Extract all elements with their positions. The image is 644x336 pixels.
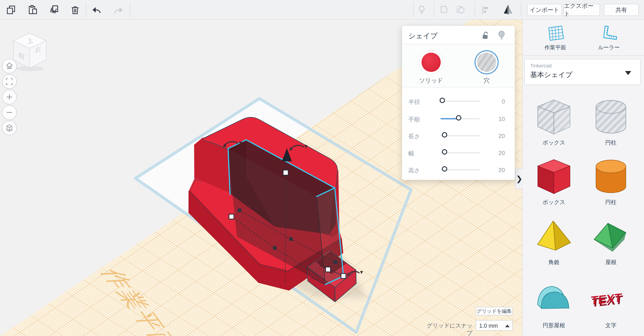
- show-all-button[interactable]: [414, 2, 429, 18]
- shape-tile-pyramid[interactable]: 角錐: [530, 217, 577, 266]
- shape-tile-label: 文字: [588, 322, 634, 329]
- solid-swatch[interactable]: [422, 53, 441, 72]
- slider-value: 10: [487, 116, 505, 122]
- slider-value: 20: [487, 167, 505, 174]
- delete-button[interactable]: [68, 2, 83, 18]
- group-button[interactable]: [437, 2, 452, 18]
- shape-tile-round-roof[interactable]: 円形屋根: [530, 280, 577, 329]
- text-shape-icon: TEXT TEXT: [591, 280, 630, 320]
- snap-grid-label: グリッドにスナップ: [425, 322, 472, 336]
- redo-button[interactable]: [110, 2, 126, 18]
- shape-tile-text[interactable]: TEXT TEXT 文字: [588, 280, 634, 329]
- import-label: インポート: [530, 6, 559, 14]
- ungroup-icon: [456, 5, 466, 15]
- chevron-right-icon: ❯: [516, 174, 522, 183]
- copy-icon: [6, 5, 16, 15]
- solid-tone-option[interactable]: ソリッド: [418, 50, 444, 84]
- hole-swatch[interactable]: [477, 53, 496, 72]
- library-brand: Tinkercad: [530, 63, 552, 69]
- shape-tile-box[interactable]: ボックス: [530, 157, 577, 206]
- shape-tile-label: 屋根: [588, 258, 634, 266]
- shape-tile-label: 円形屋根: [530, 322, 577, 329]
- workplane-tool[interactable]: 作業平面: [531, 25, 580, 51]
- align-icon: [481, 5, 491, 15]
- top-toolbar: インポート エクスポート 共有: [0, 0, 644, 20]
- group-icon: [440, 5, 450, 15]
- edit-grid-button[interactable]: グリッドを編集: [476, 307, 513, 315]
- slider-label: 高さ: [408, 167, 420, 175]
- solid-cylinder-icon: [591, 157, 630, 197]
- plus-icon: [5, 93, 14, 101]
- perspective-cube-icon: [5, 124, 14, 132]
- slider-label: 幅: [408, 150, 414, 157]
- export-button[interactable]: エクスポート: [564, 4, 600, 16]
- slider-row-steps: 手順 10: [402, 114, 515, 123]
- snap-grid-select[interactable]: 1.0 mm: [476, 320, 513, 331]
- width-slider[interactable]: [440, 152, 480, 153]
- duplicate-button[interactable]: [46, 2, 62, 18]
- bulb-icon[interactable]: [497, 30, 506, 41]
- edit-grid-label: グリッドを編集: [477, 308, 512, 314]
- share-button[interactable]: 共有: [604, 4, 639, 16]
- chevron-up-icon: [505, 324, 510, 327]
- shape-library-select[interactable]: Tinkercad 基本シェイプ: [524, 59, 641, 85]
- undo-icon: [92, 5, 102, 15]
- mirror-icon: [502, 4, 514, 16]
- slider-value: 20: [487, 133, 505, 139]
- slider-value: 0: [487, 98, 505, 105]
- ruler-icon: [599, 25, 618, 42]
- perspective-toggle-button[interactable]: [2, 120, 17, 135]
- undo-button[interactable]: [90, 2, 105, 18]
- export-label: エクスポート: [564, 2, 600, 18]
- steps-slider[interactable]: [440, 118, 480, 119]
- duplicate-icon: [49, 5, 60, 15]
- minus-icon: [5, 108, 14, 116]
- shape-inspector-panel: シェイプ ソリッド 穴 半径 0 手順 10 長さ 20: [402, 26, 515, 180]
- import-button[interactable]: インポート: [527, 4, 562, 16]
- round-roof-icon: [534, 280, 574, 320]
- shape-tile-hole-cylinder[interactable]: 円柱: [588, 97, 634, 146]
- zoom-out-button[interactable]: [2, 105, 17, 120]
- workplane-icon: [546, 25, 565, 42]
- mirror-button[interactable]: [500, 2, 516, 18]
- ruler-label: ルーラー: [584, 44, 634, 51]
- home-view-button[interactable]: [2, 59, 17, 73]
- length-slider[interactable]: [440, 135, 480, 136]
- pyramid-icon: [534, 217, 574, 257]
- snap-grid-value: 1.0 mm: [479, 322, 498, 329]
- share-label: 共有: [616, 6, 627, 14]
- panel-title: シェイプ: [408, 31, 438, 41]
- shape-tile-hole-box[interactable]: ボックス: [530, 97, 577, 146]
- zoom-in-button[interactable]: [2, 90, 17, 104]
- slider-row-height: 高さ 20: [402, 165, 515, 174]
- hole-tone-option[interactable]: 穴: [473, 50, 500, 84]
- hole-cylinder-icon: [591, 97, 630, 137]
- panel-collapse-tab[interactable]: ❯: [515, 169, 523, 189]
- fit-view-button[interactable]: [2, 74, 17, 89]
- shape-tile-roof[interactable]: 屋根: [588, 217, 634, 266]
- slider-value: 20: [487, 150, 505, 156]
- workplane-label: 作業平面: [531, 44, 580, 51]
- chevron-down-icon: [625, 71, 631, 75]
- align-button[interactable]: [478, 2, 494, 18]
- redo-icon: [113, 5, 124, 15]
- height-slider[interactable]: [440, 169, 480, 171]
- ungroup-button[interactable]: [453, 2, 468, 18]
- shape-library-sidebar: 作業平面 ルーラー Tinkercad 基本シェイプ ボックス: [522, 20, 644, 336]
- hole-label: 穴: [473, 77, 500, 84]
- fit-view-icon: [5, 78, 14, 86]
- shape-tile-label: 角錐: [530, 258, 577, 266]
- shape-tile-label: ボックス: [530, 139, 577, 146]
- ruler-tool[interactable]: ルーラー: [584, 25, 634, 51]
- roof-icon: [591, 217, 630, 257]
- shape-tile-label: 円柱: [588, 199, 634, 206]
- paste-button[interactable]: [25, 2, 40, 18]
- shape-tile-cylinder[interactable]: 円柱: [588, 157, 634, 206]
- copy-button[interactable]: [4, 2, 19, 18]
- unlock-icon[interactable]: [481, 31, 490, 40]
- hole-box-icon: [534, 97, 574, 137]
- radius-slider[interactable]: [440, 101, 480, 102]
- slider-label: 長さ: [408, 133, 420, 140]
- solid-box-icon: [534, 157, 574, 197]
- solid-label: ソリッド: [418, 77, 444, 84]
